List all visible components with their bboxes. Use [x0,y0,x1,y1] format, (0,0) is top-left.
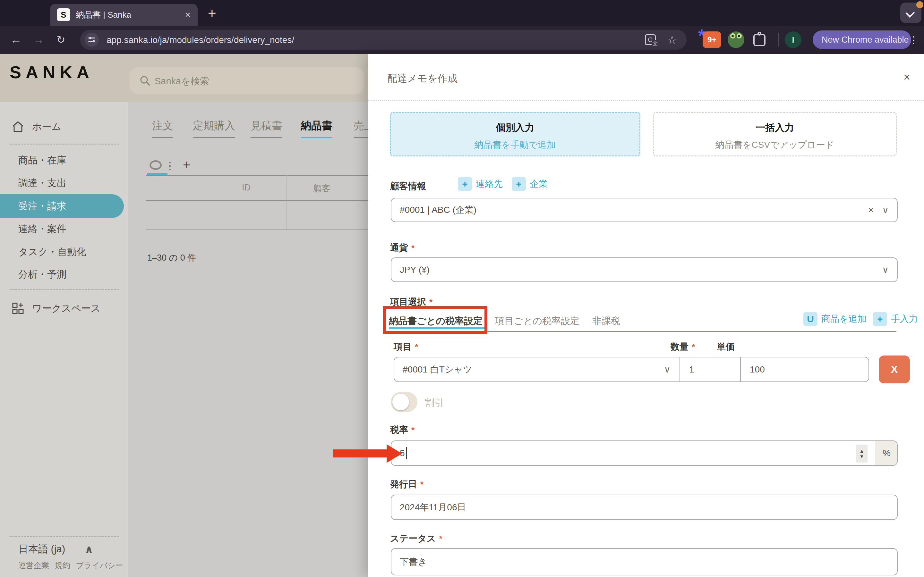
add-contact-link[interactable]: 連絡先 [476,178,503,190]
remove-item-button[interactable]: X [879,356,910,384]
tax-rate-label: 税率* [390,424,415,436]
tab-title: 納品書 | Sanka [76,9,131,21]
chrome-update-button[interactable]: New Chrome available ⋮ [813,31,911,49]
add-company-link[interactable]: 企業 [530,178,548,190]
favicon: S [57,8,70,21]
tab-close-icon[interactable]: × [185,9,191,20]
annotation-red-box [383,306,487,334]
chevron-down-icon[interactable]: ∨ [882,205,889,215]
extension-badge[interactable]: 9+ [703,31,721,48]
column-header-customer[interactable]: 顧客 [313,183,330,194]
footer-link-privacy[interactable]: プライバシー [76,560,123,571]
tax-tab-per-item[interactable]: 項目ごとの税率設定 [495,315,580,327]
sidebar-item-contacts[interactable]: 連絡・案件 [0,220,128,238]
option-bulk-input[interactable]: 一括入力 納品書をCSVでアップロード [653,112,897,156]
issue-date-input[interactable]: 2024年11月06日 [391,495,898,520]
modal-close-icon[interactable]: × [903,71,910,84]
status-select[interactable]: 下書き [391,548,898,575]
sidebar-item-analytics[interactable]: 分析・予測 [0,266,128,284]
discount-toggle[interactable] [391,392,417,412]
sidebar-divider [10,289,119,290]
unit-price-input[interactable]: 100 [740,358,869,382]
add-contact-plus-icon[interactable]: + [458,177,472,191]
browser-tab[interactable]: S 納品書 | Sanka × [50,4,198,26]
quantity-input[interactable]: 1 [680,358,740,382]
stepper-up-icon[interactable]: ▲ [859,448,864,453]
pagination-text: 1–30 の 0 件 [147,252,196,263]
chrome-update-label: New Chrome available [822,35,909,45]
add-product-link[interactable]: 商品を追加 [821,313,867,325]
chevron-down-icon[interactable]: ∨ [882,264,889,275]
tax-tab-exempt[interactable]: 非課税 [592,315,620,327]
stepper-down-icon[interactable]: ▼ [859,454,864,459]
site-settings-icon[interactable] [85,33,99,47]
sidebar-divider [10,536,119,537]
tab-orders[interactable]: 注文 [152,119,173,138]
sidebar-item-procurement[interactable]: 調達・支出 [0,174,128,192]
clear-selection-icon[interactable]: × [868,205,874,215]
footer-link-terms[interactable]: 規約 [55,560,70,571]
extensions-puzzle-icon[interactable] [753,34,766,46]
quantity-label: 数量* [670,341,695,353]
view-options-kebab-icon[interactable]: ⋮ [165,160,175,172]
add-product-row: U 商品を追加 + 手入力 [803,312,918,326]
sidebar-item-orders-selected[interactable]: 受注・請求 [0,194,124,218]
manual-entry-link[interactable]: 手入力 [891,313,918,325]
sidebar-item-workspace[interactable]: ワークスペース [0,300,128,318]
kebab-menu-icon[interactable]: ⋮ [909,34,919,45]
tab-sales[interactable]: 売上 [354,119,368,138]
url-text[interactable]: app.sanka.io/ja/modules/orders/delivery_… [107,35,294,45]
update-dot-badge [916,1,923,8]
column-header-id[interactable]: ID [242,183,250,193]
line-item-row: #0001 白Tシャツ ∨ 1 100 [394,357,869,382]
view-tab-active-underline [147,173,168,175]
customer-select[interactable]: #0001 | ABC (企業) × ∨ [391,198,898,222]
frog-extension-icon[interactable] [728,31,744,48]
sidebar-item-tasks[interactable]: タスク・自動化 [0,243,128,261]
reload-button[interactable]: ↻ [51,26,71,54]
table-top-border [146,175,368,176]
product-box-icon[interactable]: U [803,312,817,326]
new-tab-button[interactable]: + [208,5,216,21]
column-divider [286,175,286,229]
add-company-plus-icon[interactable]: + [512,177,526,191]
language-selector[interactable]: 日本語 (ja) ∧ [18,542,94,556]
item-select[interactable]: #0001 白Tシャツ ∨ [394,358,680,382]
tab-delivery-notes[interactable]: 納品書 [300,119,333,138]
sidebar-divider [10,143,119,145]
footer-link-company[interactable]: 運営企業 [18,560,49,571]
app-header: SANKA Sankaを検索 [0,54,368,102]
currency-label: 通貨* [390,242,415,254]
global-search-input[interactable]: Sankaを検索 [129,67,364,94]
table-header-border [146,200,368,201]
manual-entry-plus-icon[interactable]: + [873,312,887,326]
search-icon [139,75,151,87]
url-bar[interactable]: app.sanka.io/ja/modules/orders/delivery_… [80,30,687,50]
number-stepper[interactable]: ▲ ▼ [856,445,867,463]
home-icon [11,121,24,133]
sidebar: ホーム 商品・在庫 調達・支出 受注・請求 連絡・案件 タスク・自動化 分析・予… [0,102,128,577]
tax-rate-input[interactable]: 5 ▲ ▼ % [391,440,898,466]
sidebar-item-home[interactable]: ホーム [0,118,128,135]
currency-select[interactable]: JPY (¥) ∨ [391,258,898,282]
sidebar-item-products[interactable]: 商品・在庫 [0,151,128,169]
browser-tabstrip: S 納品書 | Sanka × + [0,0,924,26]
annotation-arrow-head [387,444,402,463]
tab-quotes[interactable]: 見積書 [250,119,282,138]
browser-toolbar: ← → ↻ app.sanka.io/ja/modules/orders/del… [0,26,924,54]
view-tab-icon[interactable] [150,160,162,170]
issue-date-label: 発行日* [390,478,423,490]
add-view-button[interactable]: + [183,158,190,172]
bookmark-star-icon[interactable]: ☆ [667,30,677,50]
forward-button[interactable]: → [29,26,48,54]
chevron-down-icon: ∨ [664,364,671,375]
option-individual-input[interactable]: 個別入力 納品書を手動で追加 [390,112,640,156]
translate-icon[interactable]: 文G [645,30,656,50]
item-label: 項目* [394,341,418,353]
sanka-logo[interactable]: SANKA [10,62,94,82]
back-button[interactable]: ← [6,26,26,54]
chevron-up-icon: ∧ [84,543,94,556]
profile-avatar[interactable]: I [785,31,801,48]
chevron-down-icon [906,9,915,18]
tab-subscriptions[interactable]: 定期購入 [193,119,235,138]
